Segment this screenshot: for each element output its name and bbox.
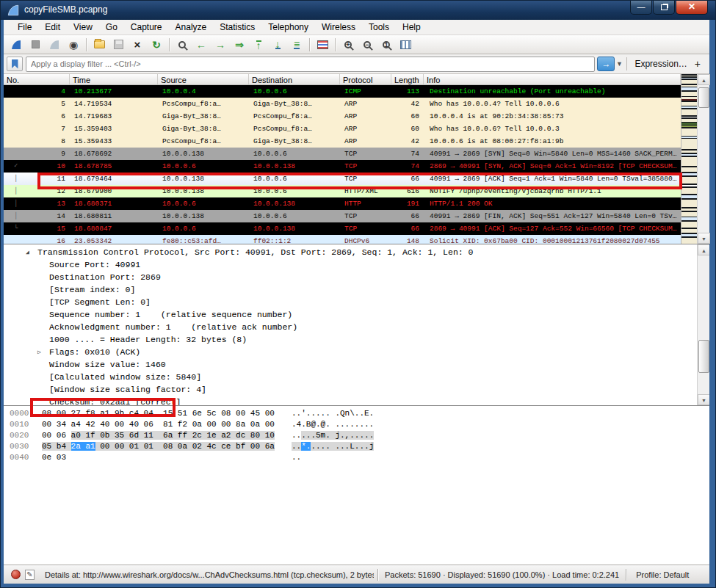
go-forward-icon[interactable]: → <box>211 37 229 53</box>
expander-closed-icon[interactable]: ▷ <box>37 346 41 358</box>
stop-capture-icon[interactable] <box>26 37 44 53</box>
hex-offset: 0020 <box>4 430 42 441</box>
detail-line[interactable]: Checksum: 0x2aa1 [correct] <box>4 396 697 406</box>
packet-row[interactable]: 815.359433PcsCompu_f8:a…Giga-Byt_38:8…AR… <box>4 135 681 148</box>
packet-row[interactable]: 410.21367710.0.0.410.0.0.6ICMP113Destina… <box>4 85 681 98</box>
wireshark-window: copyFileSMB.pcapng — ✕ FileEditViewGoCap… <box>0 0 716 588</box>
menu-telephony[interactable]: Telephony <box>261 21 315 34</box>
zoom-out-icon[interactable]: − <box>358 37 376 53</box>
intelligent-scrollbar-minimap[interactable] <box>681 74 697 244</box>
menu-analyze[interactable]: Analyze <box>169 21 214 34</box>
go-to-bottom-icon[interactable]: ↓ <box>269 37 286 53</box>
packet-list-scrollbar[interactable]: ▲ ▼ <box>697 74 709 244</box>
details-scrollbar-thumb[interactable] <box>698 340 709 373</box>
column-header-length[interactable]: Length <box>391 74 424 84</box>
packet-row[interactable]: 15└18.68084710.0.0.610.0.0.138TCP662869 … <box>4 222 681 235</box>
close-button[interactable]: ✕ <box>676 1 708 15</box>
packet-row[interactable]: 13│18.68037110.0.0.610.0.0.138HTTP191HTT… <box>4 197 681 210</box>
filter-bookmark-button[interactable] <box>7 57 23 71</box>
minimize-button[interactable]: — <box>630 1 652 15</box>
expression-button[interactable]: Expression… <box>630 59 691 69</box>
apply-filter-button[interactable]: → <box>597 57 615 71</box>
column-header-info[interactable]: Info <box>424 74 681 84</box>
menu-statistics[interactable]: Statistics <box>213 21 261 34</box>
scrollbar-thumb[interactable] <box>698 87 709 108</box>
menu-view[interactable]: View <box>67 21 99 34</box>
expert-info-icon[interactable] <box>11 570 21 579</box>
hex-row[interactable]: 002000 06 a0 1f 0b 35 6d 11 6a ff 2c 1e … <box>4 430 709 441</box>
details-scroll-up-arrow[interactable]: ▲ <box>698 244 709 255</box>
detail-line-text: Acknowledgment number: 1 (relative ack n… <box>49 321 297 333</box>
restart-capture-icon[interactable] <box>46 37 63 53</box>
scroll-up-arrow[interactable]: ▲ <box>698 74 710 85</box>
menu-file[interactable]: File <box>11 21 38 34</box>
packet-row[interactable]: 514.719534PcsCompu_f8:a…Giga-Byt_38:8…AR… <box>4 98 681 110</box>
go-to-packet-icon[interactable]: ⇒ <box>231 37 248 53</box>
detail-line[interactable]: Acknowledgment number: 1 (relative ack n… <box>4 321 697 333</box>
detail-line[interactable]: ◢Transmission Control Protocol, Src Port… <box>4 246 697 258</box>
open-file-icon[interactable] <box>90 37 108 53</box>
colorize-packets-icon[interactable] <box>314 37 331 53</box>
reload-file-icon[interactable]: ↻ <box>148 37 165 53</box>
start-capture-icon[interactable] <box>7 37 25 53</box>
zoom-in-icon[interactable]: + <box>339 37 357 53</box>
hex-row[interactable]: 000008 00 27 f8 a1 9b c4 04 15 51 6e 5c … <box>4 408 709 419</box>
column-header-no[interactable]: No. <box>4 74 70 84</box>
hex-row[interactable]: 00400e 03.. <box>4 452 709 463</box>
detail-line[interactable]: Destination Port: 2869 <box>4 271 697 283</box>
detail-line[interactable]: [Window size scaling factor: 4] <box>4 383 697 396</box>
selected-bytes: 2a a1 <box>71 442 95 451</box>
detail-line[interactable]: Source Port: 40991 <box>4 258 697 271</box>
menu-help[interactable]: Help <box>396 21 427 34</box>
column-header-protocol[interactable]: Protocol <box>340 74 391 84</box>
detail-line[interactable]: 1000 .... = Header Length: 32 bytes (8) <box>4 333 697 346</box>
packet-row[interactable]: 715.359403Giga-Byt_38:8…PcsCompu_f8:a…AR… <box>4 123 681 135</box>
menu-tools[interactable]: Tools <box>362 21 396 34</box>
packet-row[interactable]: 10✓18.67878510.0.0.610.0.0.138TCP742869 … <box>4 160 681 173</box>
cell-time: 23.053342 <box>70 235 158 244</box>
restore-button[interactable] <box>653 1 675 15</box>
column-header-time[interactable]: Time <box>70 74 158 84</box>
auto-scroll-icon[interactable]: ≡ <box>288 37 305 53</box>
cell-no: 5 <box>4 98 70 110</box>
scroll-down-arrow[interactable]: ▼ <box>698 233 710 244</box>
packet-row[interactable]: 12│18.67990010.0.0.13810.0.0.6HTTP/XML61… <box>4 185 681 197</box>
hex-row[interactable]: 003005 b4 2a a1 00 00 01 01 08 0a 02 4c … <box>4 441 709 452</box>
add-filter-button[interactable]: + <box>692 58 706 70</box>
packet-row[interactable]: 14│18.68081110.0.0.13810.0.0.6TCP6640991… <box>4 210 681 222</box>
menu-go[interactable]: Go <box>99 21 124 34</box>
menu-capture[interactable]: Capture <box>124 21 169 34</box>
packet-row[interactable]: 1623.053342fe80::c53:afd…ff02::1:2DHCPv6… <box>4 235 681 244</box>
resize-columns-icon[interactable] <box>397 37 414 53</box>
hex-row[interactable]: 001000 34 a4 42 40 00 40 06 81 f2 0a 00 … <box>4 419 709 430</box>
packet-row[interactable]: 918.67869210.0.0.13810.0.0.6TCP7440991 →… <box>4 148 681 160</box>
detail-line-text: Transmission Control Protocol, Src Port:… <box>37 246 474 258</box>
capture-comment-icon[interactable]: ✎ <box>25 570 35 580</box>
menu-wireless[interactable]: Wireless <box>315 21 362 34</box>
go-to-top-icon[interactable]: ↑ <box>250 37 267 53</box>
capture-options-icon[interactable]: ◉ <box>65 37 82 53</box>
details-scroll-down-arrow[interactable]: ▼ <box>698 394 709 405</box>
detail-line[interactable]: [TCP Segment Len: 0] <box>4 296 697 308</box>
find-packet-icon[interactable] <box>173 37 191 53</box>
column-header-destination[interactable]: Destination <box>249 74 340 84</box>
detail-line[interactable]: Sequence number: 1 (relative sequence nu… <box>4 308 697 321</box>
save-file-icon[interactable] <box>109 37 127 53</box>
detail-line[interactable]: Window size value: 1460 <box>4 358 697 371</box>
zoom-original-icon[interactable]: 1 <box>377 37 395 53</box>
packet-row[interactable]: 11│18.67946410.0.0.13810.0.0.6TCP6640991… <box>4 173 681 185</box>
close-file-icon[interactable]: × <box>129 37 146 53</box>
column-header-source[interactable]: Source <box>158 74 249 84</box>
status-profile[interactable]: Profile: Default <box>630 570 709 579</box>
expander-open-icon[interactable]: ◢ <box>26 246 29 258</box>
packet-row[interactable]: 614.719683Giga-Byt_38:8…PcsCompu_f8:a…AR… <box>4 110 681 123</box>
detail-line[interactable]: ▷Flags: 0x010 (ACK) <box>4 346 697 358</box>
details-scrollbar[interactable]: ▲ ▼ <box>697 244 709 405</box>
detail-line[interactable]: [Stream index: 0] <box>4 283 697 296</box>
filter-dropdown-caret[interactable]: ▼ <box>615 60 623 68</box>
menu-edit[interactable]: Edit <box>38 21 67 34</box>
display-filter-input[interactable] <box>26 57 595 72</box>
cell-length: 148 <box>391 235 424 244</box>
detail-line[interactable]: [Calculated window size: 5840] <box>4 371 697 383</box>
go-back-icon[interactable]: ← <box>192 37 210 53</box>
